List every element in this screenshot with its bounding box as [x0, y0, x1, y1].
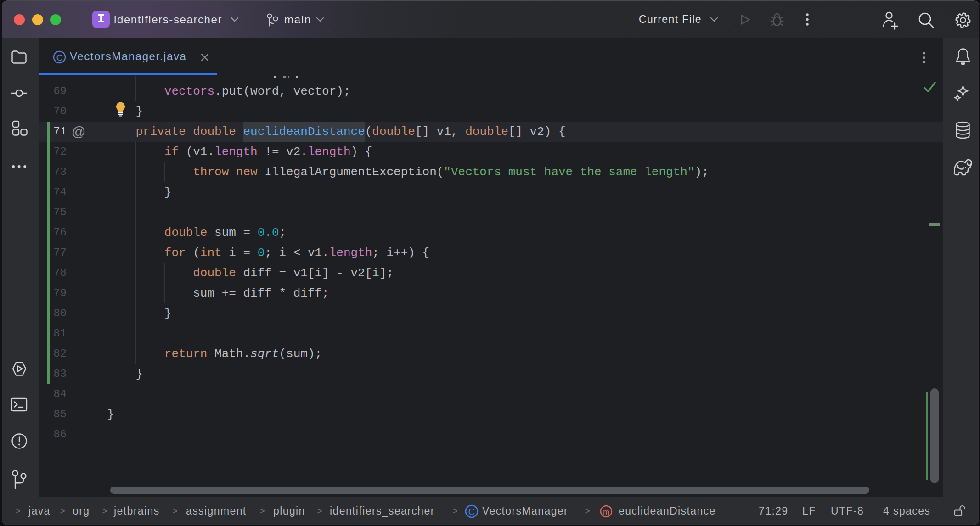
svg-text:C: C	[56, 53, 63, 62]
svg-text:m: m	[603, 508, 609, 516]
svg-text:C: C	[468, 507, 475, 517]
